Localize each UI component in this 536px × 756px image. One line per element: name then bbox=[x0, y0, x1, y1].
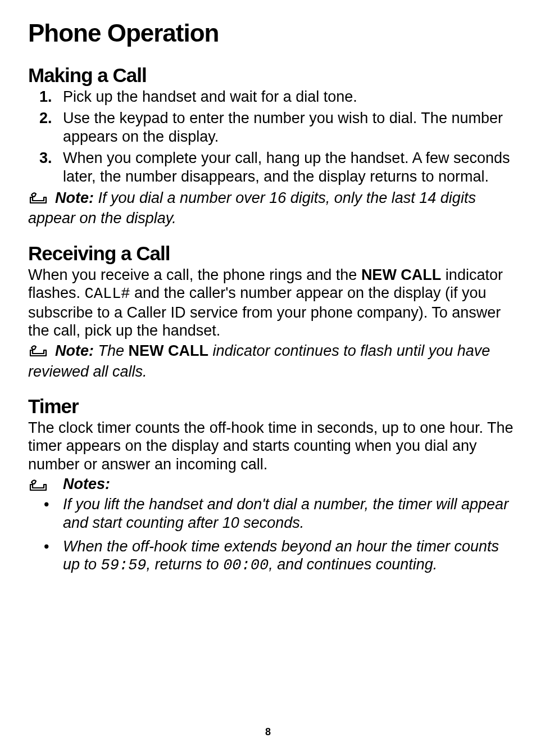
note-label: Note: bbox=[55, 342, 94, 359]
new-call-label: NEW CALL bbox=[129, 342, 208, 359]
note-item: When the off-hook time extends beyond an… bbox=[28, 537, 514, 575]
new-call-label: NEW CALL bbox=[361, 266, 441, 283]
heading-timer: Timer bbox=[28, 395, 514, 418]
timer-value: 59:59 bbox=[101, 557, 147, 574]
phone-note-icon bbox=[28, 477, 55, 496]
step-item: When you complete your call, hang up the… bbox=[28, 149, 514, 185]
steps-list: Pick up the handset and wait for a dial … bbox=[28, 88, 514, 185]
section-making-call: Making a Call Pick up the handset and wa… bbox=[28, 64, 514, 228]
section-timer: Timer The clock timer counts the off-hoo… bbox=[28, 395, 514, 575]
text: The bbox=[94, 342, 129, 359]
heading-making-call: Making a Call bbox=[28, 64, 514, 87]
note: Note: The NEW CALL indicator continues t… bbox=[28, 342, 514, 381]
note-item: If you lift the handset and don't dial a… bbox=[28, 495, 514, 532]
notes-heading: Notes: bbox=[28, 476, 514, 493]
section-receiving-call: Receiving a Call When you receive a call… bbox=[28, 242, 514, 381]
text: , returns to bbox=[147, 556, 224, 573]
phone-note-icon bbox=[28, 189, 55, 209]
note-label: Note: bbox=[55, 189, 94, 206]
page-number: 8 bbox=[0, 726, 536, 738]
note-text: If you dial a number over 16 digits, onl… bbox=[28, 189, 476, 227]
receiving-body: When you receive a call, the phone rings… bbox=[28, 266, 514, 340]
heading-receiving-call: Receiving a Call bbox=[28, 242, 514, 265]
notes-label: Notes: bbox=[63, 476, 110, 492]
text: , and continues counting. bbox=[269, 556, 437, 573]
phone-note-icon bbox=[28, 342, 55, 362]
step-item: Pick up the handset and wait for a dial … bbox=[28, 88, 514, 106]
notes-list: If you lift the handset and don't dial a… bbox=[28, 495, 514, 575]
note: Note: If you dial a number over 16 digit… bbox=[28, 189, 514, 228]
timer-value: 00:00 bbox=[223, 557, 269, 574]
timer-body: The clock timer counts the off-hook time… bbox=[28, 419, 514, 473]
text: When you receive a call, the phone rings… bbox=[28, 266, 361, 283]
step-item: Use the keypad to enter the number you w… bbox=[28, 109, 514, 146]
call-number-display: CALL# bbox=[85, 286, 130, 302]
page-title: Phone Operation bbox=[28, 19, 514, 47]
